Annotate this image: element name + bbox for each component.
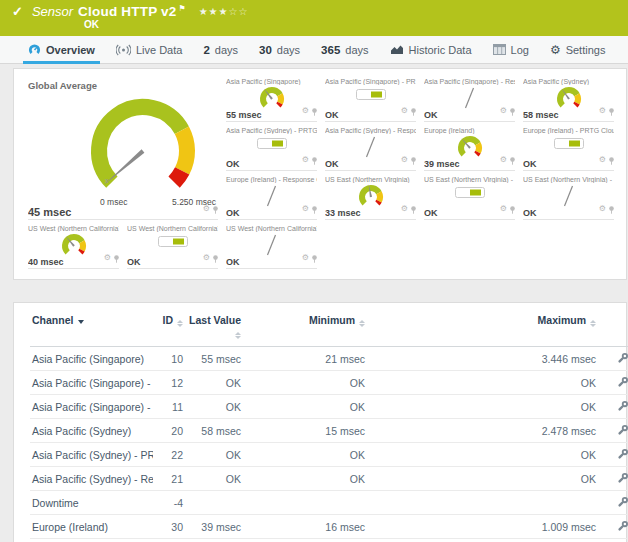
tile-pin-icon[interactable] (609, 200, 614, 218)
tile-gear-icon[interactable]: ⚙ (599, 156, 606, 164)
channel-tile-value: 45 msec (28, 206, 71, 218)
tile-gear-icon[interactable]: ⚙ (302, 254, 309, 262)
channel-settings-icon[interactable] (617, 376, 628, 390)
channel-tile-value: 58 msec (523, 110, 559, 120)
tile-pin-icon[interactable] (510, 151, 515, 169)
tile-pin-icon[interactable] (411, 102, 416, 120)
actions-cell[interactable] (602, 443, 628, 467)
value-cell: OK (247, 467, 371, 491)
channel-tile[interactable]: Europe (Ireland)39 msec⚙ (424, 124, 515, 171)
tile-pin-icon[interactable] (114, 249, 119, 267)
tile-gear-icon[interactable]: ⚙ (203, 205, 210, 213)
tab-live-data[interactable]: Live Data (116, 36, 182, 63)
channel-settings-icon[interactable] (617, 496, 628, 510)
channel-tile[interactable]: Europe (Ireland) - Response C...OK⚙ (226, 173, 317, 220)
channel-tile[interactable]: Asia Pacific (Sydney) - PRTG ...OK⚙ (226, 124, 317, 171)
tile-gear-icon[interactable]: ⚙ (203, 254, 210, 262)
gauge-tile-global-average[interactable]: Global Average x 0 msec 5.250 msec 45 ms… (28, 75, 218, 220)
channel-settings-icon[interactable] (617, 520, 628, 534)
tile-pin-icon[interactable] (411, 200, 416, 218)
tile-pin-icon[interactable] (312, 151, 317, 169)
channel-name-cell[interactable]: Asia Pacific (Sydney) - Re... (30, 467, 153, 491)
status-indicator (554, 138, 584, 149)
column-header-channel[interactable]: Channel (30, 309, 153, 347)
channel-name-cell[interactable]: Downtime (30, 491, 153, 515)
channel-tile[interactable]: Asia Pacific (Singapore) - PR...OK⚙ (325, 75, 416, 122)
tile-gear-icon[interactable]: ⚙ (302, 156, 309, 164)
channel-name-cell[interactable]: Europe (Ireland) (30, 515, 153, 539)
channel-name-cell[interactable]: Asia Pacific (Singapore) (30, 347, 153, 371)
tile-gear-icon[interactable]: ⚙ (500, 205, 507, 213)
tile-gear-icon[interactable]: ⚙ (302, 107, 309, 115)
actions-cell[interactable] (602, 371, 628, 395)
channel-tile[interactable]: Europe (Ireland) - PRTG Cloud...OK⚙ (523, 124, 614, 171)
tile-gear-icon[interactable]: ⚙ (401, 107, 408, 115)
tab-historic-data[interactable]: Historic Data (390, 36, 472, 63)
tab-label: days (277, 44, 300, 56)
channel-tile[interactable]: Asia Pacific (Singapore) - Res...OK⚙ (424, 75, 515, 122)
tab-log[interactable]: Log (493, 36, 529, 63)
channel-tile[interactable]: US West (Northern California)...OK⚙ (226, 222, 317, 269)
tab-settings[interactable]: ⚙Settings (550, 36, 606, 63)
actions-cell[interactable] (602, 515, 628, 539)
tile-gear-icon[interactable]: ⚙ (500, 107, 507, 115)
tile-gear-icon[interactable]: ⚙ (302, 205, 309, 213)
actions-cell[interactable] (602, 347, 628, 371)
tile-pin-icon[interactable] (213, 200, 218, 218)
tile-gear-icon[interactable]: ⚙ (401, 205, 408, 213)
stars-filled[interactable]: ★★★ (199, 6, 229, 17)
channel-tile[interactable]: US East (Northern Virginia)33 msec⚙ (325, 173, 416, 220)
channel-name-cell[interactable]: Asia Pacific (Singapore) - ... (30, 371, 153, 395)
channel-tile[interactable]: Asia Pacific (Singapore)55 msec⚙ (226, 75, 317, 122)
stars-empty[interactable]: ☆☆ (229, 6, 249, 17)
channel-settings-icon[interactable] (617, 472, 628, 486)
tile-gear-icon[interactable]: ⚙ (104, 254, 111, 262)
actions-cell[interactable] (602, 419, 628, 443)
tab-overview[interactable]: Overview (28, 36, 95, 63)
channel-tile[interactable]: US East (Northern Virginia) - ...OK⚙ (424, 173, 515, 220)
tile-pin-icon[interactable] (213, 249, 218, 267)
channel-name-cell[interactable]: Asia Pacific (Singapore) - ... (30, 395, 153, 419)
channel-settings-icon[interactable] (617, 424, 628, 438)
tab-2-days[interactable]: 2days (203, 36, 238, 63)
tab-365-days[interactable]: 365days (321, 36, 368, 63)
tile-pin-icon[interactable] (312, 200, 317, 218)
channel-tile[interactable]: US West (Northern California)40 msec⚙ (28, 222, 119, 269)
actions-cell[interactable] (602, 395, 628, 419)
channel-name-cell[interactable]: Asia Pacific (Sydney) (30, 419, 153, 443)
channel-tile[interactable]: Asia Pacific (Sydney)58 msec⚙ (523, 75, 614, 122)
tile-pin-icon[interactable] (609, 151, 614, 169)
channel-tile[interactable]: US East (Northern Virginia) - ...OK⚙ (523, 173, 614, 220)
channel-tile[interactable]: US West (Northern California)...OK⚙ (127, 222, 218, 269)
channel-tile[interactable]: Asia Pacific (Sydney) - Respo...OK⚙ (325, 124, 416, 171)
value-cell: OK (189, 539, 247, 542)
actions-cell[interactable] (602, 467, 628, 491)
column-header-minimum[interactable]: Minimum (247, 309, 371, 347)
channel-tile-title: US East (Northern Virginia) - ... (424, 173, 515, 183)
tile-gear-icon[interactable]: ⚙ (599, 205, 606, 213)
channel-settings-icon[interactable] (617, 400, 628, 414)
tile-pin-icon[interactable] (609, 102, 614, 120)
column-header-id[interactable]: ID (153, 309, 189, 347)
channel-settings-icon[interactable] (617, 352, 628, 366)
actions-cell[interactable] (602, 539, 628, 542)
tile-pin-icon[interactable] (312, 102, 317, 120)
tile-pin-icon[interactable] (510, 200, 515, 218)
channel-tile-value: OK (226, 257, 240, 267)
channel-name-cell[interactable]: Asia Pacific (Sydney) - PR... (30, 443, 153, 467)
flag-icon[interactable]: ⚑ (178, 4, 185, 13)
channel-name-cell[interactable]: Europe (Ireland) - PRTG Cl... (30, 539, 153, 542)
actions-cell[interactable] (602, 491, 628, 515)
tile-gear-icon[interactable]: ⚙ (599, 107, 606, 115)
tile-pin-icon[interactable] (312, 249, 317, 267)
tile-pin-icon[interactable] (411, 151, 416, 169)
tile-gear-icon[interactable]: ⚙ (500, 156, 507, 164)
tile-pin-icon[interactable] (510, 102, 515, 120)
channel-settings-icon[interactable] (617, 448, 628, 462)
priority-stars[interactable]: ★★★☆☆ (199, 6, 249, 17)
tab-label: Log (511, 44, 529, 56)
column-header-maximum[interactable]: Maximum (371, 309, 602, 347)
tab-30-days[interactable]: 30days (259, 36, 300, 63)
tile-gear-icon[interactable]: ⚙ (401, 156, 408, 164)
column-header-last-value[interactable]: Last Value (189, 309, 247, 347)
